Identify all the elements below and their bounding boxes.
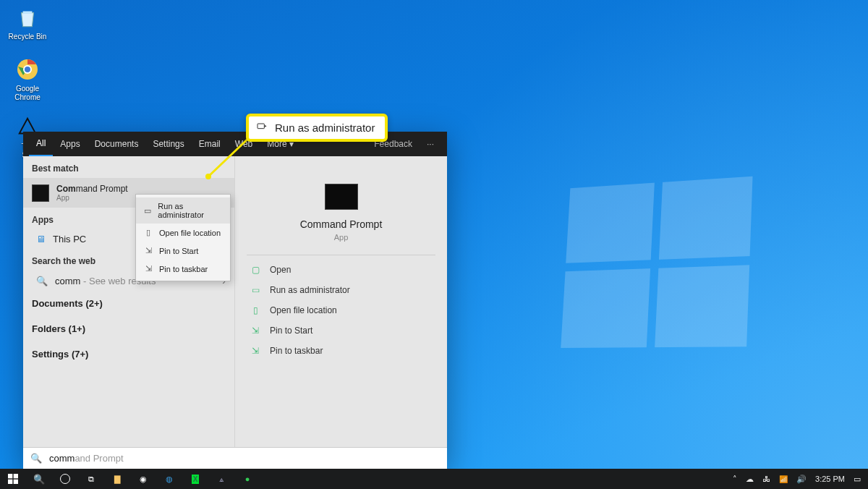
web-query-text: comm <box>55 276 80 286</box>
taskbar: 🔍 ⧉ ▇ ◉ ◍ X ⟁ ● ˄ ☁ 🖧 📶 🔊 3:25 PM ▭ <box>0 469 868 489</box>
search-icon: 🔍 <box>30 453 42 464</box>
action-label: Open <box>270 265 291 275</box>
desktop-icon-label: Google Chrome <box>4 85 51 102</box>
pin-icon: ⇲ <box>250 326 261 336</box>
edge-icon: ◍ <box>166 475 173 484</box>
clock[interactable]: 3:25 PM <box>815 475 845 483</box>
notifications-icon[interactable]: ▭ <box>854 475 861 484</box>
section-documents[interactable]: Documents (2+) <box>23 291 234 316</box>
excel-icon: X <box>192 475 200 484</box>
admin-shield-icon <box>256 121 268 135</box>
wifi-icon[interactable]: 📶 <box>779 475 788 483</box>
section-best-match: Best match <box>23 156 234 178</box>
preview-type: App <box>247 233 435 255</box>
taskbar-app-explorer[interactable]: ▇ <box>104 469 130 489</box>
search-typed-text: comm <box>49 453 75 464</box>
section-folders[interactable]: Folders (1+) <box>23 316 234 341</box>
svg-point-2 <box>25 67 30 72</box>
taskbar-app-excel[interactable]: X <box>182 469 208 489</box>
preview-action-pin-start[interactable]: ⇲ Pin to Start <box>235 320 447 341</box>
preview-title: Command Prompt <box>235 218 447 230</box>
menu-label: Pin to taskbar <box>159 265 208 273</box>
system-tray: ˄ ☁ 🖧 📶 🔊 3:25 PM ▭ <box>726 475 868 484</box>
folder-icon: ▯ <box>143 228 153 237</box>
preview-action-pin-taskbar[interactable]: ⇲ Pin to taskbar <box>235 341 447 361</box>
circle-icon <box>60 474 70 484</box>
search-icon: 🔍 <box>36 276 48 286</box>
admin-shield-icon: ▭ <box>143 206 152 216</box>
pin-icon: ⇲ <box>143 264 153 273</box>
callout-highlight: Run as administrator <box>246 114 388 142</box>
pin-icon: ⇲ <box>143 246 153 255</box>
section-settings[interactable]: Settings (7+) <box>23 341 234 367</box>
menu-pin-taskbar[interactable]: ⇲ Pin to taskbar <box>136 260 230 278</box>
search-left-column: Best match Command Prompt App ▭ Run as a… <box>23 156 235 447</box>
start-button[interactable] <box>0 469 26 489</box>
menu-label: Open file location <box>159 229 221 237</box>
onedrive-icon[interactable]: ☁ <box>746 475 754 484</box>
svg-rect-7 <box>14 474 18 478</box>
preview-action-open[interactable]: ▢ Open <box>235 260 447 280</box>
menu-open-file-location[interactable]: ▯ Open file location <box>136 224 230 242</box>
cortana-button[interactable] <box>52 469 78 489</box>
taskview-icon: ⧉ <box>88 475 94 484</box>
chrome-icon <box>14 56 41 82</box>
tab-all[interactable]: All <box>29 132 53 156</box>
taskbar-app-chrome[interactable]: ◉ <box>130 469 156 489</box>
this-pc-icon: 🖥 <box>36 234 46 244</box>
tab-documents[interactable]: Documents <box>88 132 146 156</box>
menu-label: Pin to Start <box>159 247 198 255</box>
wallpaper-windows-logo <box>561 177 752 348</box>
tab-more-menu[interactable]: ··· <box>420 132 441 156</box>
preview-app-icon <box>325 184 358 210</box>
desktop-icon-recycle-bin[interactable]: Recycle Bin <box>4 4 51 41</box>
app-icon: ● <box>245 475 250 483</box>
callout-label: Run as administrator <box>275 122 375 134</box>
action-label: Pin to taskbar <box>270 346 323 356</box>
svg-rect-5 <box>258 124 264 129</box>
search-button[interactable]: 🔍 <box>26 469 52 489</box>
folder-icon: ▯ <box>250 305 261 315</box>
command-prompt-icon <box>32 184 49 202</box>
tab-apps[interactable]: Apps <box>53 132 87 156</box>
preview-action-file-location[interactable]: ▯ Open file location <box>235 300 447 320</box>
tab-email[interactable]: Email <box>192 132 228 156</box>
start-search-panel: All Apps Documents Settings Email Web Mo… <box>23 132 447 469</box>
pin-icon: ⇲ <box>250 346 261 356</box>
result-title: Command Prompt <box>56 184 128 194</box>
tray-overflow-icon[interactable]: ˄ <box>733 475 737 484</box>
result-subtitle: App <box>56 194 128 202</box>
taskbar-app-edge[interactable]: ◍ <box>156 469 182 489</box>
search-icon: 🔍 <box>33 474 45 485</box>
volume-icon[interactable]: 🔊 <box>796 475 807 484</box>
svg-rect-8 <box>8 480 12 484</box>
search-suggest-text: and Prompt <box>75 453 123 464</box>
search-preview-pane: Command Prompt App ▢ Open ▭ Run as admin… <box>235 156 447 447</box>
menu-label: Run as administrator <box>158 202 223 219</box>
preview-action-run-admin[interactable]: ▭ Run as administrator <box>235 280 447 300</box>
recycle-bin-icon <box>14 4 41 30</box>
desktop-icon-chrome[interactable]: Google Chrome <box>4 56 51 102</box>
desktop-icon-label: Recycle Bin <box>4 33 51 41</box>
network-icon[interactable]: 🖧 <box>762 475 770 483</box>
action-label: Open file location <box>270 305 337 315</box>
context-menu: ▭ Run as administrator ▯ Open file locat… <box>135 194 231 281</box>
menu-run-as-admin[interactable]: ▭ Run as administrator <box>136 197 230 224</box>
action-label: Run as administrator <box>270 285 350 295</box>
tab-settings[interactable]: Settings <box>145 132 191 156</box>
action-label: Pin to Start <box>270 326 312 336</box>
svg-rect-9 <box>14 480 18 484</box>
steam-icon: ⟁ <box>219 475 224 483</box>
svg-rect-6 <box>8 474 12 478</box>
open-icon: ▢ <box>250 265 261 275</box>
taskbar-app-steam[interactable]: ⟁ <box>208 469 234 489</box>
folder-icon: ▇ <box>114 475 120 484</box>
search-input-bar[interactable]: 🔍 command Prompt <box>23 447 447 469</box>
chrome-icon: ◉ <box>140 475 147 484</box>
menu-pin-start[interactable]: ⇲ Pin to Start <box>136 242 230 260</box>
task-view-button[interactable]: ⧉ <box>78 469 104 489</box>
result-label: This PC <box>53 234 86 244</box>
admin-shield-icon: ▭ <box>250 285 261 295</box>
taskbar-app-generic[interactable]: ● <box>234 469 260 489</box>
